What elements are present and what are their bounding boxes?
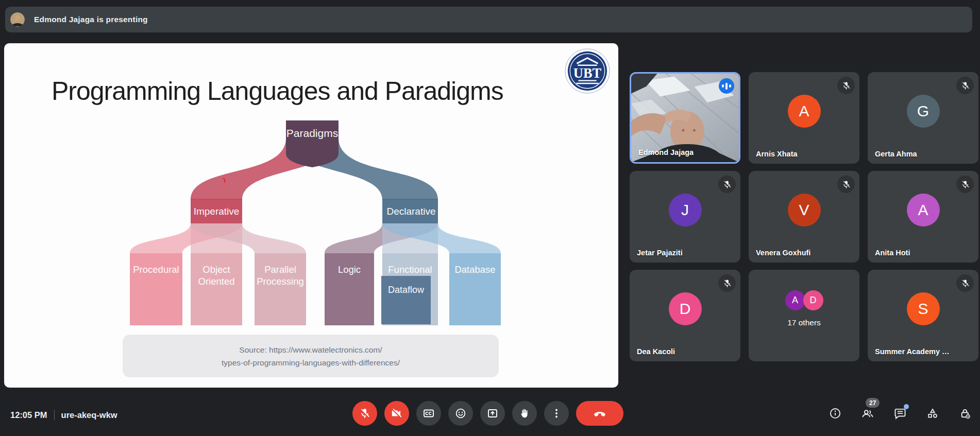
- host-controls-button[interactable]: [958, 407, 972, 420]
- box-dataflow: [381, 276, 431, 324]
- present-screen-button[interactable]: [480, 401, 505, 426]
- participant-count-badge: 27: [866, 398, 880, 408]
- presenting-banner: Edmond Jajaga is presenting: [5, 7, 972, 32]
- mic-off-icon: [956, 77, 974, 94]
- participant-name: Venera Goxhufi: [756, 249, 810, 257]
- label-processing: Processing: [257, 276, 304, 287]
- label-database: Database: [454, 264, 495, 275]
- raise-hand-button[interactable]: [512, 401, 537, 426]
- source-citation-box: Source: https://www.watelectronics.com/ …: [123, 335, 499, 377]
- avatar: G: [907, 95, 940, 128]
- presenting-banner-text: Edmond Jajaga is presenting: [34, 15, 148, 24]
- more-options-button[interactable]: [544, 401, 569, 426]
- avatar: S: [907, 292, 940, 325]
- mic-off-icon: [718, 274, 736, 292]
- participant-name: Summer Academy …: [875, 347, 950, 356]
- ubt-logo: UBT: [565, 48, 610, 94]
- avatar: A: [785, 290, 805, 310]
- camera-off-button[interactable]: [384, 401, 409, 426]
- chat-notification-dot: [904, 404, 909, 409]
- source-line-1: Source: https://www.watelectronics.com/: [239, 343, 382, 356]
- avatar: D: [803, 290, 823, 310]
- participant-tile-anita[interactable]: A Anita Hoti: [868, 171, 978, 263]
- mic-off-icon: [956, 274, 974, 292]
- participant-name: Jetar Pajaziti: [637, 249, 683, 257]
- end-call-button[interactable]: [576, 401, 623, 426]
- clock-time: 12:05 PM: [10, 410, 47, 420]
- info-button[interactable]: [829, 407, 842, 420]
- overflow-count-label: 17 others: [749, 318, 859, 327]
- participant-tile-edmond[interactable]: Edmond Jajaga: [630, 72, 740, 164]
- label-dataflow: Dataflow: [388, 285, 425, 295]
- label-object: Object: [202, 264, 230, 275]
- participant-name: Arnis Xhata: [756, 150, 798, 158]
- ubt-logo-text: UBT: [573, 65, 602, 81]
- label-imperative: Imperative: [194, 206, 240, 217]
- participant-tile-venera[interactable]: V Venera Goxhufi: [749, 171, 859, 263]
- participant-name: Gerta Ahma: [875, 150, 917, 158]
- participant-tile-jetar[interactable]: J Jetar Pajaziti: [630, 171, 740, 263]
- presentation-area: Programming Languages and Paradigms UBT: [4, 43, 618, 388]
- presenter-avatar-image: [10, 12, 25, 27]
- mic-off-icon: [718, 176, 736, 193]
- mic-off-button[interactable]: [352, 401, 377, 426]
- avatar: A: [907, 194, 940, 226]
- avatar: V: [788, 194, 821, 226]
- paradigms-diagram: Paradigms Dataflow Imperative Declarativ…: [125, 117, 503, 325]
- participant-tile-summer-academy[interactable]: S Summer Academy …: [868, 270, 978, 361]
- label-procedural: Procedural: [133, 264, 179, 275]
- audio-activity-indicator: [719, 78, 734, 94]
- participant-tile-gerta[interactable]: G Gerta Ahma: [868, 72, 978, 164]
- mic-off-icon: [837, 77, 855, 94]
- label-parallel: Parallel: [264, 264, 296, 275]
- avatar: D: [669, 292, 702, 325]
- label-functional: Functional: [388, 264, 432, 275]
- participant-name: Dea Kacoli: [637, 347, 675, 356]
- avatar: A: [788, 95, 821, 128]
- activities-button[interactable]: [926, 407, 939, 420]
- participant-tile-others[interactable]: A D 17 others: [749, 270, 859, 361]
- avatar: J: [669, 194, 702, 226]
- mic-off-icon: [837, 176, 855, 193]
- chat-button[interactable]: [893, 407, 907, 420]
- slide-title: Programming Languages and Paradigms: [52, 76, 503, 106]
- participant-tile-arnis[interactable]: A Arnis Xhata: [749, 72, 859, 164]
- label-declarative: Declarative: [386, 206, 435, 217]
- label-logic: Logic: [338, 264, 361, 275]
- meet-window: Edmond Jajaga is presenting Programming …: [0, 0, 980, 436]
- people-button[interactable]: 27: [861, 407, 874, 420]
- source-line-2: types-of-programming-languages-with-diff…: [222, 356, 400, 369]
- overflow-avatars: A D: [785, 290, 823, 310]
- emoji-reactions-button[interactable]: [448, 401, 473, 426]
- panel-buttons: 27: [829, 400, 972, 426]
- call-controls: [352, 401, 623, 426]
- mic-off-icon: [956, 176, 974, 193]
- participant-name: Anita Hoti: [875, 249, 910, 257]
- status-bar: 12:05 PM ure-akeq-wkw: [10, 408, 117, 422]
- label-paradigms: Paradigms: [286, 127, 338, 139]
- participant-tile-dea[interactable]: D Dea Kacoli: [630, 270, 740, 361]
- label-oriented: Oriented: [198, 276, 235, 287]
- captions-button[interactable]: [416, 401, 441, 426]
- divider: [54, 410, 55, 420]
- meeting-code: ure-akeq-wkw: [61, 410, 117, 420]
- participant-name: Edmond Jajaga: [638, 148, 694, 156]
- presenter-avatar: [10, 12, 25, 27]
